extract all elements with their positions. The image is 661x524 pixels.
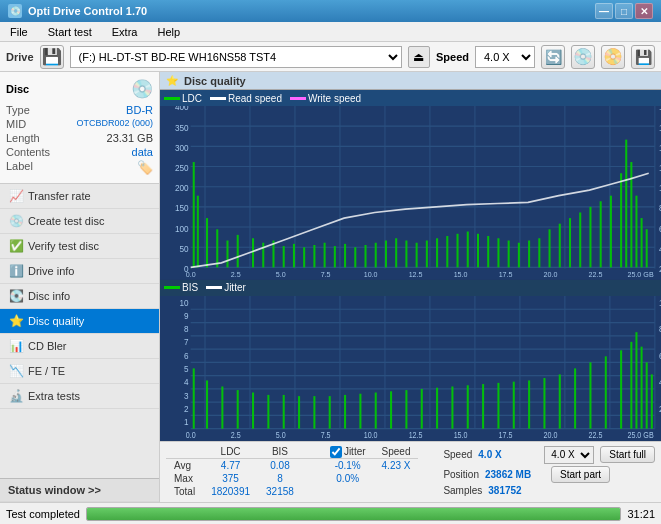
svg-rect-84 [549,229,551,267]
svg-rect-81 [518,243,520,268]
svg-rect-168 [543,378,545,429]
svg-text:10: 10 [180,297,189,308]
svg-text:3: 3 [184,390,189,401]
start-part-button[interactable]: Start part [551,466,610,483]
length-value: 23.31 GB [107,132,153,144]
svg-text:6: 6 [184,350,189,361]
svg-rect-154 [329,396,331,429]
svg-text:22.5: 22.5 [589,270,603,279]
sidebar-item-disc-info[interactable]: 💽 Disc info [0,284,159,309]
sidebar-item-drive-info[interactable]: ℹ️ Drive info [0,259,159,284]
sidebar-label-transfer-rate: Transfer rate [28,190,91,202]
svg-text:5.0: 5.0 [276,270,286,279]
speed-right-value: 4.0 X [478,449,538,460]
fe-te-icon: 📉 [8,364,24,378]
status-window-button[interactable]: Status window >> [0,478,159,502]
avg-bis: 0.08 [258,459,302,473]
jitter-label-chart: Jitter [224,282,246,293]
svg-text:1: 1 [184,416,189,427]
svg-rect-175 [635,332,637,429]
svg-rect-162 [451,386,453,428]
legend-bis: BIS [164,282,198,293]
svg-text:100: 100 [175,223,189,233]
bottom-chart: 10 9 8 7 6 5 4 3 2 1 10% 8% 6% 4% 2% [160,296,661,441]
svg-rect-178 [651,374,653,428]
eject-button[interactable]: ⏏ [408,46,430,68]
avg-jitter: -0.1% [322,459,374,473]
svg-text:150: 150 [175,203,189,213]
svg-rect-66 [364,245,366,267]
svg-rect-61 [313,245,315,267]
svg-text:17.5: 17.5 [499,431,514,441]
disc-label-icon[interactable]: 🏷️ [137,160,153,175]
svg-text:15.0: 15.0 [454,270,468,279]
svg-text:5: 5 [184,363,189,374]
bottom-chart-legend: BIS Jitter [160,280,661,296]
total-row: Total 1820391 32158 [166,485,418,498]
sidebar-item-create-test-disc[interactable]: 💿 Create test disc [0,209,159,234]
svg-text:5.0: 5.0 [276,431,287,441]
write-speed-label: Write speed [308,93,361,104]
sidebar-item-extra-tests[interactable]: 🔬 Extra tests [0,384,159,409]
svg-rect-72 [426,241,428,268]
svg-rect-79 [497,238,499,267]
speed-select[interactable]: 4.0 X 1.0 X 2.0 X 6.0 X 8.0 X [475,46,535,68]
sidebar-item-cd-bler[interactable]: 📊 CD Bler [0,334,159,359]
svg-rect-80 [508,241,510,268]
svg-rect-164 [482,384,484,429]
legend-ldc: LDC [164,93,202,104]
start-full-button[interactable]: Start full [600,446,655,463]
drive-select[interactable]: (F:) HL-DT-ST BD-RE WH16NS58 TST4 [70,46,402,68]
top-chart-svg: 400 350 300 250 200 150 100 50 0 18X 16X… [160,106,661,280]
svg-text:7.5: 7.5 [321,270,331,279]
charts-container: LDC Read speed Write speed [160,90,661,502]
legend-jitter: Jitter [206,282,246,293]
menu-start-test[interactable]: Start test [42,24,98,40]
close-button[interactable]: ✕ [635,3,653,19]
jitter-checkbox[interactable] [330,446,342,458]
write-speed-color [290,97,306,100]
svg-rect-71 [416,243,418,268]
svg-rect-54 [237,235,239,268]
svg-rect-67 [375,243,377,268]
ldc-header: LDC [203,446,258,459]
title-bar: 💿 Opti Drive Control 1.70 — □ ✕ [0,0,661,22]
svg-text:2.5: 2.5 [231,270,241,279]
sidebar-item-transfer-rate[interactable]: 📈 Transfer rate [0,184,159,209]
disc-write-button[interactable]: 💿 [571,45,595,69]
menu-help[interactable]: Help [151,24,186,40]
refresh-button[interactable]: 🔄 [541,45,565,69]
svg-text:0.0: 0.0 [186,270,196,279]
maximize-button[interactable]: □ [615,3,633,19]
svg-rect-160 [421,389,423,429]
save-button[interactable]: 💾 [631,45,655,69]
progress-bar-container [86,507,621,521]
max-jitter: 0.0% [322,472,374,485]
sidebar-item-disc-quality[interactable]: ⭐ Disc quality [0,309,159,334]
status-text: Test completed [6,508,80,520]
svg-text:10.0: 10.0 [364,431,379,441]
svg-rect-75 [457,234,459,268]
bottom-chart-svg: 10 9 8 7 6 5 4 3 2 1 10% 8% 6% 4% 2% [160,296,661,441]
svg-rect-166 [513,381,515,428]
sidebar-item-verify-test-disc[interactable]: ✅ Verify test disc [0,234,159,259]
menu-extra[interactable]: Extra [106,24,144,40]
disc-read-button[interactable]: 📀 [601,45,625,69]
svg-rect-173 [620,350,622,428]
svg-rect-167 [528,380,530,428]
svg-rect-58 [283,246,285,267]
legend-write-speed: Write speed [290,93,361,104]
svg-rect-73 [436,238,438,267]
svg-rect-157 [375,392,377,428]
status-window-label: Status window >> [8,484,101,496]
svg-rect-151 [283,395,285,429]
minimize-button[interactable]: — [595,3,613,19]
svg-rect-91 [620,173,622,267]
speed-right-select[interactable]: 4.0 X 1.0 X 2.0 X 6.0 X [544,446,594,464]
sidebar-item-fe-te[interactable]: 📉 FE / TE [0,359,159,384]
total-bis: 32158 [258,485,302,498]
svg-rect-155 [344,395,346,429]
drive-icon: 💾 [40,45,64,69]
ldc-color [164,97,180,100]
menu-file[interactable]: File [4,24,34,40]
